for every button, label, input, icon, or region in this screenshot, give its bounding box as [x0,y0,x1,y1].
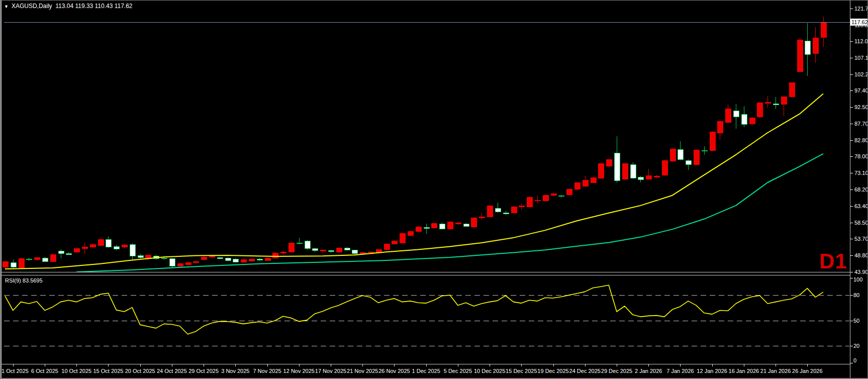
time-axis-label: 26 Jan 2026 [792,368,823,374]
price-axis-label: 68.20 [854,187,868,193]
price-axis-label: 107.10 [854,55,868,61]
price-axis-label: 53.70 [854,236,868,242]
chart-window: ▼XAGUSD,Daily 113.04 119.33 110.43 117.6… [0,0,868,379]
rsi-axis-label: 80 [853,293,859,298]
time-axis-label: 3 Nov 2025 [221,368,249,374]
time-axis-label: 17 Nov 2025 [315,368,346,374]
rsi-axis-label: 0 [853,358,856,363]
time-axis-label: 24 Oct 2025 [157,368,187,374]
time-axis-label: 12 Jan 2026 [697,368,727,374]
price-axis-label: 48.80 [854,253,868,258]
time-axis-label: 19 Dec 2025 [537,368,568,374]
timeframe-watermark: D1 [819,249,847,273]
rsi-axis-label: 20 [853,343,859,349]
time-axis-label: 7 Jan 2026 [666,368,694,374]
rsi-axis-label: 50 [853,318,859,324]
time-axis-label: 10 Dec 2025 [474,368,505,374]
time-axis-label: 21 Jan 2026 [760,368,791,374]
time-axis[interactable]: 1 Oct 20256 Oct 202510 Oct 202515 Oct 20… [0,364,868,379]
current-price-tag: 117.62 [850,19,868,26]
symbol-timeframe-label: XAGUSD,Daily [12,3,52,10]
time-axis-label: 5 Dec 2025 [444,368,472,374]
price-axis-label: 102.20 [854,72,868,77]
time-axis-label: 29 Oct 2025 [188,368,219,374]
time-axis-label: 29 Dec 2025 [601,368,632,374]
window-border-top [0,0,868,1]
price-axis-label: 92.50 [854,105,868,110]
time-axis-label: 6 Oct 2025 [31,368,58,374]
price-axis-label: 43.90 [854,269,868,275]
price-axis-label: 63.40 [854,204,868,209]
rsi-indicator-label: RSI(9) 83.5695 [5,277,43,283]
time-axis-label: 1 Oct 2025 [2,368,29,374]
time-axis-label: 20 Oct 2025 [125,368,155,374]
time-axis-label: 1 Dec 2025 [412,368,440,374]
chart-title-bar: ▼XAGUSD,Daily 113.04 119.33 110.43 117.6… [4,3,133,10]
price-axis-label: 78.00 [854,154,868,159]
rsi-axis[interactable]: 1008050200 [850,275,868,364]
rsi-indicator-panel[interactable] [0,275,850,364]
price-axis-label: 112.00 [854,39,868,44]
time-axis-label: 10 Oct 2025 [61,368,91,374]
ohlc-quote-label: 113.04 119.33 110.43 117.62 [55,3,132,10]
price-axis-label: 82.80 [854,138,868,143]
time-axis-label: 15 Dec 2025 [506,368,537,374]
rsi-axis-label: 100 [853,277,862,282]
time-axis-label: 24 Dec 2025 [569,368,601,374]
symbol-dropdown-icon[interactable]: ▼ [4,4,9,9]
price-axis-label: 73.10 [854,170,868,176]
price-axis-label: 121.70 [854,6,868,12]
price-axis-label: 58.50 [854,220,868,226]
time-axis-label: 21 Nov 2025 [347,368,378,374]
time-axis-label: 2 Jan 2026 [635,368,662,374]
time-axis-label: 26 Nov 2025 [378,368,410,374]
time-axis-label: 12 Nov 2025 [283,368,315,374]
window-border-left-inner [1,0,2,379]
time-axis-label: 15 Oct 2025 [93,368,123,374]
price-axis-label: 97.40 [854,88,868,93]
main-chart-area[interactable] [0,12,850,272]
price-axis-label: 87.70 [854,121,868,127]
time-axis-label: 16 Jan 2026 [729,368,759,374]
time-axis-label: 7 Nov 2025 [253,368,281,374]
